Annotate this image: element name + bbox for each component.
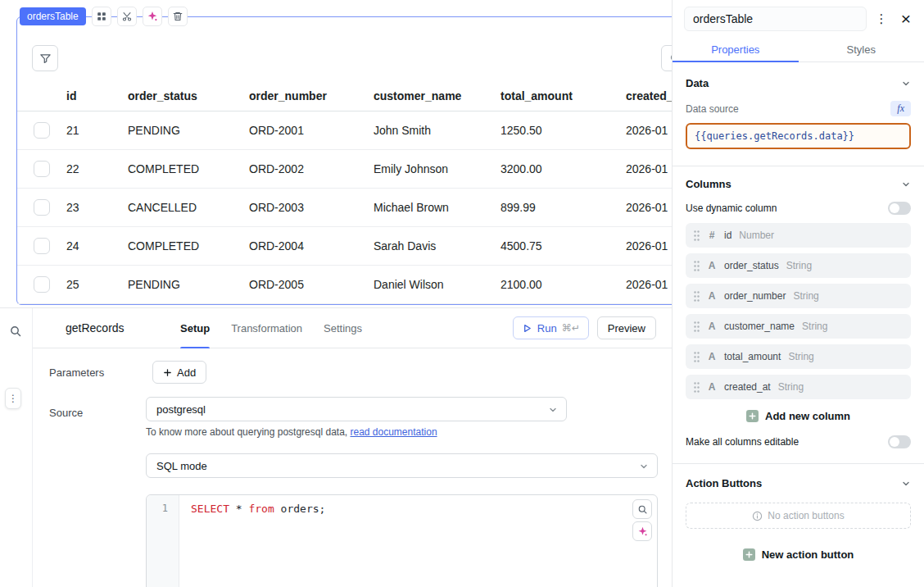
table-row[interactable]: 22 COMPLETED ORD-2002 Emily Johnson 3200… <box>17 150 672 189</box>
add-parameter-button[interactable]: Add <box>152 361 206 384</box>
column-name: total_amount <box>724 351 781 362</box>
data-source-input[interactable]: {{queries.getRecords.data}} <box>686 123 911 149</box>
add-label: Add <box>177 366 196 379</box>
data-source-label: Data source <box>686 103 739 115</box>
query-name[interactable]: getRecords <box>66 321 144 334</box>
tab-styles[interactable]: Styles <box>799 38 924 61</box>
cell-total-amount: 3200.00 <box>494 162 619 175</box>
query-search-button[interactable] <box>9 325 22 338</box>
new-action-button[interactable]: New action button <box>743 548 854 561</box>
inspector-menu-button[interactable]: ⋮ <box>872 9 891 29</box>
search-icon <box>637 504 648 515</box>
column-header-id[interactable]: id <box>60 89 121 102</box>
row-checkbox[interactable] <box>34 238 50 254</box>
cell-created-at: 2026-01 <box>619 239 672 253</box>
table-search-box[interactable] <box>661 45 672 71</box>
string-type-icon: A <box>707 321 717 332</box>
table-row[interactable]: 24 COMPLETED ORD-2004 Sarah Davis 4500.7… <box>17 227 672 266</box>
tab-setup[interactable]: Setup <box>180 308 210 348</box>
ai-assist-button[interactable] <box>143 7 162 26</box>
column-type: String <box>802 321 827 332</box>
action-buttons-section-header[interactable]: Action Buttons <box>686 477 911 489</box>
source-select[interactable]: postgresql <box>146 397 567 421</box>
column-header-total-amount[interactable]: total_amount <box>494 89 619 102</box>
source-label: Source <box>49 407 83 419</box>
run-button[interactable]: Run ⌘↵ <box>513 316 589 339</box>
column-header-customer-name[interactable]: customer_name <box>367 89 494 102</box>
fx-button[interactable]: fx <box>890 101 911 116</box>
source-value: postgresql <box>156 403 206 416</box>
column-item[interactable]: A total_amount String <box>686 344 911 369</box>
editable-columns-row: Make all columns editable <box>686 435 911 448</box>
tab-settings[interactable]: Settings <box>324 308 362 348</box>
editor-search-button[interactable] <box>632 499 652 519</box>
panel-handle-button[interactable]: ⋮ <box>5 388 21 409</box>
tab-transformation[interactable]: Transformation <box>231 308 302 348</box>
row-checkbox[interactable] <box>34 122 50 139</box>
column-item[interactable]: A created_at String <box>686 375 911 399</box>
add-new-column-button[interactable]: Add new column <box>746 410 850 422</box>
column-item[interactable]: A order_number String <box>686 284 911 308</box>
column-header-order-number[interactable]: order_number <box>242 89 367 102</box>
column-item[interactable]: A order_status String <box>686 253 911 278</box>
tab-properties[interactable]: Properties <box>673 38 799 61</box>
canvas: ordersTable id order_status order_number <box>0 0 672 308</box>
chevron-down-icon[interactable] <box>901 180 911 189</box>
chevron-down-icon[interactable] <box>901 479 911 489</box>
data-section-header[interactable]: Data <box>686 77 911 89</box>
delete-widget-button[interactable] <box>168 7 188 26</box>
cell-order-status: PENDING <box>121 278 242 291</box>
column-type: String <box>788 351 813 362</box>
editor-ai-button[interactable] <box>632 521 652 541</box>
widget-name-badge[interactable]: ordersTable <box>20 7 86 25</box>
widget-config-button[interactable] <box>92 7 111 26</box>
column-type: String <box>778 381 804 393</box>
dynamic-column-row: Use dynamic column <box>686 202 911 215</box>
inspector-close-button[interactable]: × <box>896 9 916 29</box>
divider <box>673 166 924 166</box>
chevron-down-icon[interactable] <box>901 79 911 89</box>
drag-handle-icon[interactable] <box>694 291 700 302</box>
row-checkbox[interactable] <box>34 276 50 293</box>
widget-title-input[interactable] <box>684 7 867 31</box>
drag-handle-icon[interactable] <box>694 352 700 362</box>
cell-created-at: 2026-01 <box>619 162 672 175</box>
drag-handle-icon[interactable] <box>694 261 700 271</box>
data-source-row: Data source fx <box>686 101 911 116</box>
inspector-panel: ⋮ × Properties Styles Data Data source f… <box>672 0 924 587</box>
inspector-body: Data Data source fx {{queries.getRecords… <box>673 77 924 561</box>
query-panel-rail: ⋮ <box>0 308 33 587</box>
row-checkbox[interactable] <box>34 161 50 177</box>
column-name: id <box>724 230 732 241</box>
drag-handle-icon[interactable] <box>694 230 700 241</box>
sql-code-line[interactable]: SELECT * from orders; <box>179 495 325 515</box>
table-row[interactable]: 21 PENDING ORD-2001 John Smith 1250.50 2… <box>17 111 672 150</box>
drag-handle-icon[interactable] <box>694 382 700 393</box>
dynamic-column-toggle[interactable] <box>888 202 911 215</box>
section-title: Data <box>686 77 709 89</box>
editable-columns-toggle[interactable] <box>888 435 911 448</box>
trash-icon <box>172 11 183 22</box>
sql-editor[interactable]: 1 SELECT * from orders; <box>146 494 658 587</box>
no-action-buttons-box: No action buttons <box>686 503 911 529</box>
sql-mode-select[interactable]: SQL mode <box>146 453 658 478</box>
table-header-row: id order_status order_number customer_na… <box>17 80 672 111</box>
table-filter-button[interactable] <box>32 45 58 71</box>
column-item[interactable]: # id Number <box>686 223 911 248</box>
table-row[interactable]: 25 PENDING ORD-2005 Daniel Wilson 2100.0… <box>17 266 672 304</box>
drag-handle-icon[interactable] <box>694 321 700 332</box>
column-item[interactable]: A customer_name String <box>686 314 911 339</box>
no-action-buttons-label: No action buttons <box>768 510 844 521</box>
column-name: created_at <box>724 381 771 393</box>
row-checkbox[interactable] <box>34 199 50 216</box>
preview-button[interactable]: Preview <box>597 316 656 339</box>
table-row[interactable]: 23 CANCELLED ORD-2003 Michael Brown 899.… <box>17 189 672 227</box>
detach-widget-button[interactable] <box>117 7 137 26</box>
plus-icon <box>163 368 172 377</box>
columns-section-header[interactable]: Columns <box>686 178 911 190</box>
column-header-order-status[interactable]: order_status <box>121 89 242 102</box>
orders-table-widget[interactable]: id order_status order_number customer_na… <box>16 16 672 305</box>
column-name: customer_name <box>724 321 795 332</box>
column-header-created-at[interactable]: created_at <box>619 89 672 102</box>
read-documentation-link[interactable]: read documentation <box>350 426 437 438</box>
